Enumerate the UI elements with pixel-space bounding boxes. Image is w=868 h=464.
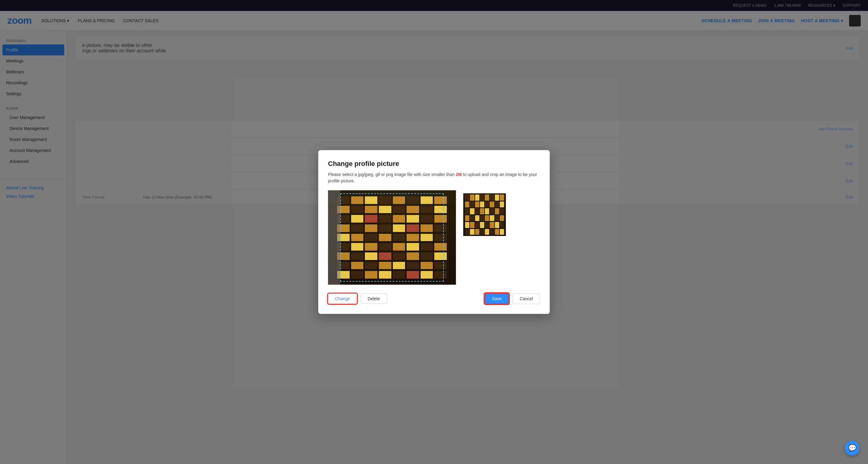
modal-actions: Change Delete Save Cancel bbox=[328, 293, 540, 304]
preview-building bbox=[463, 193, 506, 236]
save-button[interactable]: Save bbox=[485, 293, 509, 304]
chat-fab-button[interactable]: 💬 bbox=[845, 441, 860, 456]
modal-title: Change profile picture bbox=[328, 160, 540, 168]
size-limit: 2M bbox=[456, 172, 461, 177]
delete-button[interactable]: Delete bbox=[361, 293, 387, 304]
chat-icon: 💬 bbox=[848, 444, 857, 452]
layout: PERSONAL Profile Meetings Webinars Recor… bbox=[0, 30, 868, 464]
modal-actions-right: Save Cancel bbox=[485, 293, 540, 304]
crop-selection[interactable] bbox=[340, 193, 444, 282]
main-content: e picture, may be visible to otherings o… bbox=[67, 30, 868, 464]
modal-actions-left: Change Delete bbox=[328, 293, 387, 304]
cancel-button[interactable]: Cancel bbox=[513, 293, 540, 304]
modal-overlay: Change profile picture Please select a j… bbox=[0, 0, 868, 464]
image-crop-container[interactable] bbox=[328, 190, 456, 285]
crop-left-mask bbox=[328, 190, 340, 285]
preview-facade bbox=[463, 193, 506, 236]
preview-image bbox=[463, 193, 506, 236]
modal-description: Please select a jpg/jpeg, gif or png ima… bbox=[328, 172, 540, 184]
change-profile-picture-modal: Change profile picture Please select a j… bbox=[318, 150, 550, 314]
change-button[interactable]: Change bbox=[328, 293, 357, 304]
modal-images-container bbox=[328, 190, 540, 285]
